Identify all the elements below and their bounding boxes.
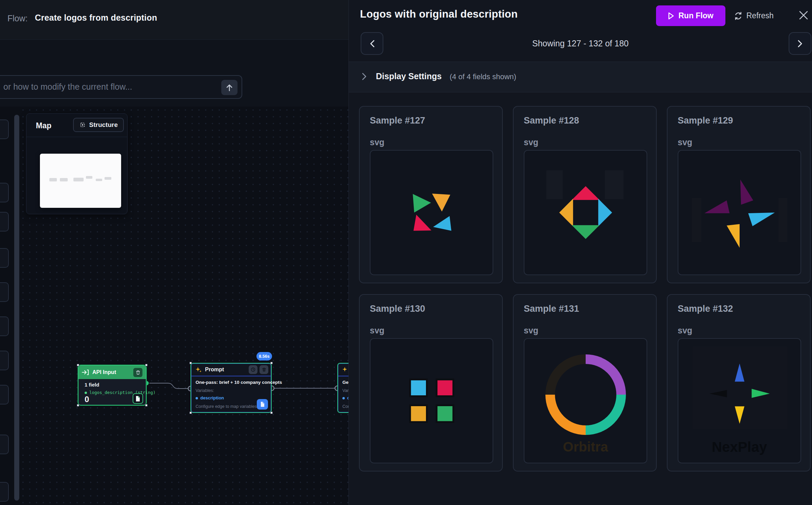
minimap-node bbox=[86, 176, 92, 179]
trash-icon bbox=[262, 367, 266, 372]
palette-button[interactable] bbox=[0, 385, 9, 404]
palette-button[interactable] bbox=[0, 351, 9, 370]
map-panel: Map Structure bbox=[26, 113, 128, 214]
sample-card[interactable]: Sample #129 svg bbox=[667, 106, 811, 283]
logo-preview: Orbitra bbox=[524, 338, 647, 463]
send-button[interactable] bbox=[221, 80, 238, 95]
selection-handle[interactable] bbox=[77, 404, 79, 407]
palette-button[interactable] bbox=[0, 282, 9, 302]
logo-preview bbox=[370, 150, 493, 275]
minimap-node bbox=[73, 178, 84, 181]
generate-hint: Con bbox=[342, 404, 348, 409]
selection-handle[interactable] bbox=[145, 364, 148, 366]
prompt-variable: description bbox=[196, 395, 224, 400]
map-panel-title: Map bbox=[36, 121, 51, 130]
prompt-duration-badge: 8.56s bbox=[256, 352, 272, 360]
node-generate-partial[interactable]: Gen Var co Con bbox=[337, 363, 348, 413]
sample-format: svg bbox=[524, 137, 646, 147]
generate-variables-label: Var bbox=[342, 388, 348, 393]
chat-placeholder: or how to modify the current flow... bbox=[3, 82, 132, 92]
minimap[interactable] bbox=[40, 154, 121, 208]
logo-donut-ring bbox=[545, 354, 627, 436]
sample-format: svg bbox=[678, 326, 800, 335]
api-fields-summary: 1 field bbox=[85, 382, 99, 388]
prompt-title: Prompt bbox=[205, 367, 224, 373]
run-flow-button[interactable]: Run Flow bbox=[656, 5, 725, 26]
arrow-up-icon bbox=[226, 84, 233, 92]
sample-card[interactable]: Sample #132 svg NexPlay bbox=[667, 294, 811, 471]
pagination: Showing 127 - 132 of 180 bbox=[349, 26, 812, 62]
variable-bullet bbox=[342, 397, 345, 399]
results-panel: Logos with original description Run Flow… bbox=[348, 0, 812, 505]
palette-button[interactable] bbox=[0, 482, 9, 502]
refresh-label: Refresh bbox=[746, 11, 774, 20]
flow-canvas[interactable]: Map Structure bbox=[0, 107, 348, 505]
selection-handle[interactable] bbox=[145, 404, 148, 407]
logo-scattered-pinwheel bbox=[704, 177, 775, 248]
selection-handle[interactable] bbox=[189, 412, 192, 414]
results-header: Logos with original description Run Flow… bbox=[349, 0, 812, 26]
selection-handle[interactable] bbox=[270, 412, 273, 414]
close-panel-button[interactable] bbox=[794, 5, 812, 25]
delete-node-button[interactable] bbox=[260, 365, 268, 374]
display-settings-row[interactable]: Display Settings (4 of 4 fields shown) bbox=[349, 62, 812, 92]
logo-preview bbox=[370, 338, 493, 463]
logo-preview bbox=[524, 150, 647, 275]
sample-title: Sample #131 bbox=[524, 304, 646, 314]
prompt-hint: Configure edge to map variables bbox=[196, 404, 257, 409]
node-api-input[interactable]: API Input 1 field logos_description (str… bbox=[78, 365, 146, 405]
sample-title: Sample #128 bbox=[524, 115, 646, 126]
prompt-file-badge[interactable] bbox=[257, 399, 268, 410]
close-icon bbox=[798, 10, 809, 20]
generate-summary: Gen bbox=[342, 380, 348, 385]
sample-card[interactable]: Sample #131 svg Orbitra bbox=[513, 294, 657, 471]
sample-card[interactable]: Sample #128 svg bbox=[513, 106, 657, 283]
sparkle-icon bbox=[342, 366, 348, 373]
delete-node-button[interactable] bbox=[133, 368, 142, 377]
display-settings-detail: (4 of 4 fields shown) bbox=[450, 72, 516, 81]
logo-preview: NexPlay bbox=[678, 338, 801, 463]
sample-format: svg bbox=[370, 137, 492, 147]
api-file-badge[interactable] bbox=[133, 393, 143, 404]
palette-button[interactable] bbox=[0, 119, 9, 139]
selection-handle[interactable] bbox=[270, 362, 273, 364]
sample-card[interactable]: Sample #130 svg bbox=[359, 294, 503, 471]
palette-button[interactable] bbox=[0, 212, 9, 232]
logo-compass-arrows bbox=[709, 364, 770, 424]
field-bullet bbox=[85, 392, 87, 394]
flow-chat-input[interactable]: or how to modify the current flow... bbox=[0, 75, 242, 99]
generate-header bbox=[338, 364, 348, 376]
node-prompt[interactable]: Prompt One-pass: brief + 10 company conc… bbox=[190, 363, 272, 413]
structure-button-label: Structure bbox=[89, 121, 118, 129]
refresh-button[interactable]: Refresh bbox=[734, 5, 774, 26]
generate-variable: co bbox=[342, 395, 348, 400]
rerun-node-button[interactable] bbox=[249, 365, 257, 374]
selection-handle[interactable] bbox=[77, 364, 79, 366]
chip-icon bbox=[79, 122, 86, 128]
structure-button[interactable]: Structure bbox=[73, 118, 124, 132]
selection-handle[interactable] bbox=[189, 362, 192, 364]
flow-title: Create logos from description bbox=[35, 13, 157, 23]
sample-format: svg bbox=[370, 326, 492, 335]
api-input-header: API Input bbox=[78, 366, 146, 379]
api-field-name: logos_description (string) bbox=[85, 390, 156, 395]
sample-format: svg bbox=[678, 137, 800, 147]
map-divider bbox=[26, 137, 127, 137]
api-count: 0 bbox=[85, 395, 89, 404]
palette-button[interactable] bbox=[0, 435, 9, 454]
results-title: Logos with original description bbox=[360, 8, 518, 20]
file-icon bbox=[260, 401, 265, 407]
palette-button[interactable] bbox=[0, 316, 9, 336]
flow-topbar: Flow: Create logos from description bbox=[0, 0, 348, 40]
next-page-button[interactable] bbox=[789, 32, 811, 55]
palette-button[interactable] bbox=[0, 183, 9, 202]
logo-ghost-shape bbox=[546, 170, 563, 199]
palette-button[interactable] bbox=[0, 248, 9, 268]
file-icon bbox=[135, 396, 140, 402]
input-arrow-icon bbox=[82, 369, 89, 375]
sample-card[interactable]: Sample #127 svg bbox=[359, 106, 503, 283]
minimap-node bbox=[60, 178, 68, 181]
sample-title: Sample #130 bbox=[370, 304, 492, 314]
logo-wordmark: Orbitra bbox=[524, 439, 647, 455]
palette-scrollbar[interactable] bbox=[14, 115, 19, 501]
